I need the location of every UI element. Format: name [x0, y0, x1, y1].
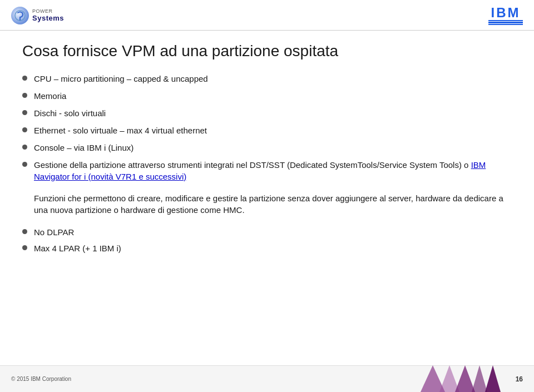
list-item: Max 4 LPAR (+ 1 IBM i) — [22, 242, 512, 254]
bullet-text-7: No DLPAR — [34, 226, 74, 238]
list-item: Dischi - solo virtuali — [22, 107, 512, 119]
bullet-text-1: CPU – micro partitioning – capped & unca… — [34, 73, 208, 85]
list-item: No DLPAR — [22, 226, 512, 238]
bullet-text-5: Console – via IBM i (Linux) — [34, 142, 134, 153]
footer: © 2015 IBM Corporation 16 — [0, 365, 534, 392]
bullet-dot-icon — [22, 76, 27, 81]
paragraph: Funzioni che permettono di creare, modif… — [34, 192, 512, 217]
bullet-list-2: No DLPAR Max 4 LPAR (+ 1 IBM i) — [22, 226, 512, 254]
copyright-text: © 2015 IBM Corporation — [11, 376, 71, 382]
power-systems-logo: Power Systems — [11, 7, 64, 24]
bullet-text-3: Dischi - solo virtuali — [34, 107, 106, 119]
ibm-stripe-1 — [488, 20, 523, 22]
ibm-stripe-3 — [488, 24, 523, 26]
bullet-dot-icon — [22, 245, 27, 250]
bullet-text-8: Max 4 LPAR (+ 1 IBM i) — [34, 242, 121, 254]
page-number: 16 — [516, 375, 523, 383]
ps-circle-icon — [11, 7, 29, 24]
list-item: Memoria — [22, 90, 512, 102]
bullet-dot-icon — [22, 162, 27, 167]
bullet-dot-icon — [22, 93, 27, 98]
triangle-5 — [485, 365, 501, 392]
bullet-text-6-before: Gestione della partizione attraverso str… — [34, 160, 471, 170]
ibm-text: IBM — [491, 6, 521, 19]
bullet-dot-icon — [22, 110, 27, 115]
decorative-triangles — [421, 365, 501, 392]
list-item: CPU – micro partitioning – capped & unca… — [22, 73, 512, 85]
bullet-list: CPU – micro partitioning – capped & unca… — [22, 73, 512, 182]
header: Power Systems IBM — [0, 0, 534, 31]
bullet-dot-icon — [22, 127, 27, 132]
paragraph-text: Funzioni che permettono di creare, modif… — [34, 192, 512, 217]
bullet-text-2: Memoria — [34, 90, 66, 102]
ibm-logo: IBM — [488, 6, 523, 26]
bullet-text-4: Ethernet - solo virtuale – max 4 virtual… — [34, 125, 207, 136]
main-content: Cosa fornisce VPM ad una partizione ospi… — [0, 31, 534, 264]
list-item: Console – via IBM i (Linux) — [22, 142, 512, 153]
bullet-text-6: Gestione della partizione attraverso str… — [34, 159, 512, 182]
list-item: Ethernet - solo virtuale – max 4 virtual… — [22, 125, 512, 136]
ps-label-bottom: Systems — [32, 14, 64, 22]
page-title: Cosa fornisce VPM ad una partizione ospi… — [22, 42, 512, 61]
bullet-dot-icon — [22, 145, 27, 150]
bullet-dot-icon — [22, 229, 27, 234]
ibm-stripe-2 — [488, 22, 523, 23]
ps-text: Power Systems — [32, 9, 64, 22]
list-item-link: Gestione della partizione attraverso str… — [22, 159, 512, 182]
